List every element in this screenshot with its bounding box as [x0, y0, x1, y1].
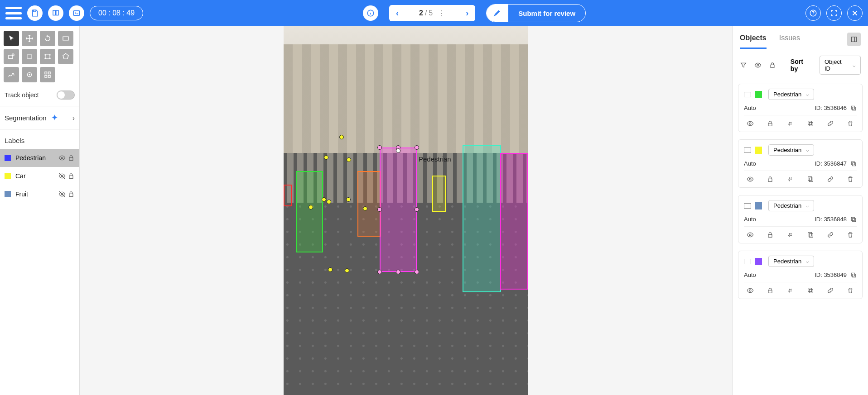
bounding-box[interactable] [296, 171, 323, 252]
eye-off-icon[interactable] [58, 190, 66, 198]
rectangle-tool[interactable] [22, 49, 37, 64]
zoom-region-tool[interactable] [4, 49, 19, 64]
grid-tool[interactable] [40, 67, 55, 82]
trash-icon[interactable] [847, 287, 854, 294]
keypoint[interactable] [363, 206, 367, 211]
bbox-handle[interactable] [415, 145, 419, 150]
copy-icon[interactable] [850, 161, 857, 167]
lock-icon[interactable] [769, 62, 776, 69]
bounding-box[interactable] [357, 171, 381, 237]
pin-icon[interactable] [786, 120, 794, 127]
eye-off-icon[interactable] [58, 172, 66, 180]
object-checkbox[interactable] [744, 92, 751, 97]
cursor-tool[interactable] [4, 31, 19, 46]
bbox-handle[interactable] [415, 207, 419, 212]
polygon-tool[interactable] [58, 49, 73, 64]
bbox-handle[interactable] [377, 145, 382, 150]
tab-issues[interactable]: Issues [779, 34, 800, 48]
bounding-box[interactable] [432, 176, 446, 212]
panel-toggle-button[interactable] [847, 33, 861, 46]
track-object-toggle[interactable] [57, 90, 75, 100]
label-item[interactable]: Car [0, 167, 79, 185]
bounding-box[interactable] [380, 148, 417, 272]
copy-icon[interactable] [807, 176, 814, 183]
bbox-tool[interactable] [40, 49, 55, 64]
keypoint[interactable] [345, 268, 349, 273]
lock-icon[interactable] [767, 120, 774, 127]
eye-icon[interactable] [747, 231, 754, 238]
keypoint[interactable] [324, 155, 328, 160]
bbox-handle[interactable] [415, 270, 419, 274]
link-icon[interactable] [827, 176, 834, 183]
link-icon[interactable] [827, 120, 834, 127]
keypoint[interactable] [322, 197, 326, 202]
copy-icon[interactable] [850, 216, 857, 223]
copy-icon[interactable] [850, 105, 857, 111]
trash-icon[interactable] [847, 176, 854, 183]
lock-icon[interactable] [767, 287, 774, 294]
object-label-select[interactable]: Pedestrian ⌵ [768, 256, 814, 267]
guide-icon[interactable] [48, 5, 63, 21]
info-icon[interactable] [363, 5, 378, 21]
fit-tool[interactable] [58, 31, 73, 46]
copy-icon[interactable] [807, 287, 814, 294]
bbox-handle[interactable] [396, 270, 400, 274]
bounding-box[interactable] [463, 145, 501, 292]
keypoint[interactable] [346, 197, 351, 202]
trash-icon[interactable] [847, 120, 854, 127]
link-icon[interactable] [827, 287, 834, 294]
lock-icon[interactable] [68, 172, 75, 180]
rotate-tool[interactable] [40, 31, 55, 46]
tab-objects[interactable]: Objects [740, 34, 767, 48]
keypoint[interactable] [327, 200, 331, 204]
page-options-button[interactable]: ⋮ [438, 9, 445, 18]
object-checkbox[interactable] [744, 259, 751, 264]
keypoint[interactable] [347, 157, 351, 162]
object-label-select[interactable]: Pedestrian ⌵ [768, 200, 814, 211]
eye-icon[interactable] [754, 62, 762, 69]
bbox-handle[interactable] [396, 148, 400, 153]
point-tool[interactable] [22, 67, 37, 82]
fullscreen-icon[interactable] [826, 5, 842, 21]
segmentation-row[interactable]: Segmentation ✦ › [0, 106, 79, 129]
copy-icon[interactable] [807, 231, 814, 238]
copy-icon[interactable] [850, 272, 857, 278]
save-icon[interactable] [27, 5, 43, 21]
help-icon[interactable] [805, 5, 821, 21]
eye-icon[interactable] [747, 176, 754, 183]
bbox-handle[interactable] [377, 270, 382, 274]
trash-icon[interactable] [847, 231, 854, 238]
object-checkbox[interactable] [744, 203, 751, 209]
bbox-handle[interactable] [377, 207, 382, 212]
close-icon[interactable] [847, 5, 863, 21]
object-label-select[interactable]: Pedestrian ⌵ [768, 144, 814, 156]
bounding-box[interactable] [500, 153, 528, 290]
keypoint[interactable] [309, 205, 313, 209]
keypoint[interactable] [328, 267, 333, 272]
object-checkbox[interactable] [744, 148, 751, 153]
terminal-icon[interactable] [69, 5, 84, 21]
lock-icon[interactable] [68, 190, 75, 198]
lock-icon[interactable] [767, 231, 774, 238]
lock-icon[interactable] [68, 154, 75, 162]
annotation-canvas[interactable]: Pedestrian [80, 26, 732, 395]
filter-icon[interactable] [740, 62, 747, 69]
move-tool[interactable] [22, 31, 37, 46]
eye-icon[interactable] [58, 154, 66, 162]
bounding-box[interactable] [284, 185, 292, 206]
eye-icon[interactable] [747, 287, 754, 294]
object-label-select[interactable]: Pedestrian ⌵ [768, 89, 814, 100]
polyline-tool[interactable] [4, 67, 19, 82]
pin-icon[interactable] [786, 176, 794, 183]
pin-icon[interactable] [786, 287, 794, 294]
lock-icon[interactable] [767, 176, 774, 183]
link-icon[interactable] [827, 231, 834, 238]
keypoint[interactable] [339, 135, 344, 139]
menu-button[interactable] [5, 7, 22, 19]
pin-icon[interactable] [786, 231, 794, 238]
prev-page-button[interactable]: ‹ [389, 5, 405, 21]
eye-icon[interactable] [747, 120, 754, 127]
label-item[interactable]: Fruit [0, 185, 79, 203]
sort-select[interactable]: Object ID ⌵ [820, 56, 861, 75]
submit-review-button[interactable]: Submit for review [486, 4, 586, 22]
